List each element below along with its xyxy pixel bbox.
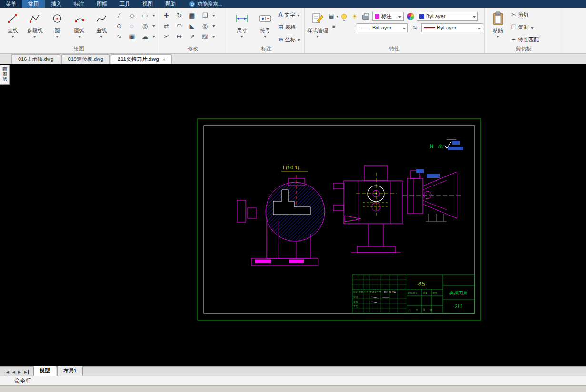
brightness-button[interactable]: ☀ xyxy=(350,11,359,21)
ribbon-tab-view[interactable]: 视图 xyxy=(136,0,159,8)
coordinate-button[interactable]: ⊕ 坐标 xyxy=(278,34,301,45)
ribbon-tab-sheet[interactable]: 图幅 xyxy=(90,0,113,8)
main-view xyxy=(237,175,325,265)
panel-label-annotate[interactable]: 标注 xyxy=(228,45,304,53)
plot-button[interactable] xyxy=(361,11,370,21)
doc-tab-211[interactable]: 211夹持刀片.dwg × xyxy=(111,54,172,64)
ribbon-tab-annotate[interactable]: 标注 xyxy=(68,0,90,8)
offset-button[interactable]: ◎ xyxy=(199,21,211,31)
rotate-button[interactable]: ↻ xyxy=(173,10,185,20)
mirror-button[interactable]: ⇄ xyxy=(160,21,172,31)
extend-button[interactable]: ↦ xyxy=(173,31,185,41)
palette-icon: ▦ xyxy=(2,66,7,71)
circle-button[interactable]: 圆 xyxy=(47,10,68,44)
match-properties-button[interactable]: ✒ 特性匹配 xyxy=(510,34,540,45)
point-icon: ⊙ xyxy=(117,23,122,29)
fillet-icon: ◠ xyxy=(177,23,182,29)
rectangle-icon: ▭ xyxy=(142,12,148,19)
dropdown-caret[interactable] xyxy=(212,25,215,27)
spline-button[interactable]: 曲线 xyxy=(91,10,112,44)
linetype-select[interactable]: ByLayer xyxy=(357,23,408,32)
dropdown-caret xyxy=(531,27,534,29)
offset-icon: ◎ xyxy=(202,23,208,29)
panel-label-modify[interactable]: 修改 xyxy=(158,45,228,53)
symbol-button[interactable]: 符号 xyxy=(254,10,276,44)
fillet-button[interactable]: ◠ xyxy=(173,21,185,31)
array-button[interactable]: ▦ xyxy=(186,10,198,20)
rectangle-button[interactable]: ▭ xyxy=(139,10,151,20)
ribbon-tab-help[interactable]: 帮助 xyxy=(159,0,182,8)
menu-bar: 菜单 常用 插入 标注 图幅 工具 视图 帮助 功能搜索... xyxy=(0,0,586,8)
polyline-button[interactable]: 多段线 xyxy=(25,10,46,44)
scale-button[interactable]: ↗ xyxy=(186,31,198,41)
ellipse-button[interactable]: ◇ xyxy=(126,10,138,20)
layout1-tab[interactable]: 布局1 xyxy=(57,366,83,376)
sheet-set-button[interactable]: ▤ xyxy=(328,12,339,19)
dimension-button[interactable]: 尺寸 xyxy=(231,10,253,44)
revcloud-button[interactable]: ☁ xyxy=(139,31,151,41)
ribbon-tab-tools[interactable]: 工具 xyxy=(113,0,136,8)
region-button[interactable]: ▣ xyxy=(126,31,138,41)
dropdown-caret xyxy=(100,36,103,38)
polygon-button[interactable]: ◌ xyxy=(126,21,138,31)
menu-button[interactable]: 菜单 xyxy=(0,0,22,8)
doc-tab-016[interactable]: 016支承轴.dwg xyxy=(11,54,60,64)
material-text: 45 xyxy=(417,280,425,288)
donut-button[interactable]: ◎ xyxy=(139,21,151,31)
close-icon[interactable]: × xyxy=(162,57,165,62)
next-layout-icon[interactable]: ▶ xyxy=(18,370,21,374)
region-icon: ▣ xyxy=(129,33,135,39)
copy-object-button[interactable]: ❐ xyxy=(199,10,211,20)
panel-label-clipboard[interactable]: 剪切板 xyxy=(485,45,563,53)
svg-text:比例: 比例 xyxy=(433,291,437,294)
point-button[interactable]: ⊙ xyxy=(113,21,125,31)
first-layout-icon[interactable]: ◀ xyxy=(5,370,9,374)
palette-tab[interactable]: ▦ 图纸 xyxy=(0,65,10,85)
drawing-canvas[interactable]: I (10:1) xyxy=(0,64,586,366)
doc-tab-label: 211夹持刀片.dwg xyxy=(118,56,159,63)
panel-label-properties[interactable]: 特性 xyxy=(305,45,484,53)
model-tab[interactable]: 模型 xyxy=(33,366,56,376)
svg-text:阶段标记: 阶段标记 xyxy=(408,291,417,294)
function-search[interactable]: 功能搜索... xyxy=(189,0,222,8)
trim-button[interactable]: ✂ xyxy=(160,31,172,41)
text-button[interactable]: A 文字 xyxy=(278,10,301,20)
color-select[interactable]: ByLayer xyxy=(417,12,478,21)
dropdown-caret[interactable] xyxy=(152,15,155,17)
rotate-icon: ↻ xyxy=(177,12,182,19)
list-options-button[interactable]: ≡ xyxy=(331,23,336,29)
dropdown-caret[interactable] xyxy=(212,36,215,38)
layout-tab-bar: ◀ ◀ ▶ ▶ 模型 布局1 xyxy=(0,366,586,376)
panel-label-draw[interactable]: 绘图 xyxy=(0,45,158,53)
ribbon-tab-home[interactable]: 常用 xyxy=(22,0,45,8)
dropdown-caret xyxy=(336,16,339,18)
previous-layout-icon[interactable]: ◀ xyxy=(12,370,15,374)
lineweight-select[interactable]: ByLayer xyxy=(421,23,483,32)
xline-button[interactable]: ∕ xyxy=(113,10,125,20)
cut-button[interactable]: ✂ 剪切 xyxy=(510,10,540,20)
line-button[interactable]: 直线 xyxy=(2,10,23,44)
array-icon: ▦ xyxy=(189,12,195,19)
ellipse-icon: ◇ xyxy=(129,12,134,19)
style-manager-button[interactable]: 样式管理 xyxy=(307,10,328,44)
command-line[interactable]: 命令行 xyxy=(0,376,586,385)
last-layout-icon[interactable]: ▶ xyxy=(24,370,29,374)
panel-annotate-content: 尺寸 符号 A 文字 ⊞ xyxy=(228,8,304,45)
ribbon-tab-insert[interactable]: 插入 xyxy=(45,0,68,8)
copy-button[interactable]: ❐ 复制 xyxy=(510,22,540,32)
erase-button[interactable]: ▨ xyxy=(199,31,211,41)
dropdown-caret[interactable] xyxy=(212,15,215,17)
paste-button[interactable]: 粘贴 xyxy=(487,10,509,44)
dropdown-caret[interactable] xyxy=(152,25,155,27)
dropdown-caret[interactable] xyxy=(152,36,155,38)
doc-tab-019[interactable]: 019定位板.dwg xyxy=(61,54,110,64)
chamfer-button[interactable]: ◣ xyxy=(186,21,198,31)
color-wheel-button[interactable] xyxy=(406,11,415,21)
table-button[interactable]: ⊞ 表格 xyxy=(278,22,301,32)
layer-on-button[interactable] xyxy=(339,11,348,21)
lineweight-list-button[interactable]: ≋ xyxy=(410,23,419,32)
arc-button[interactable]: 圆弧 xyxy=(69,10,90,44)
dim-style-select[interactable]: 标注 xyxy=(372,12,404,21)
wave-button[interactable]: ∿ xyxy=(113,31,125,41)
move-button[interactable]: ✚ xyxy=(160,10,172,20)
